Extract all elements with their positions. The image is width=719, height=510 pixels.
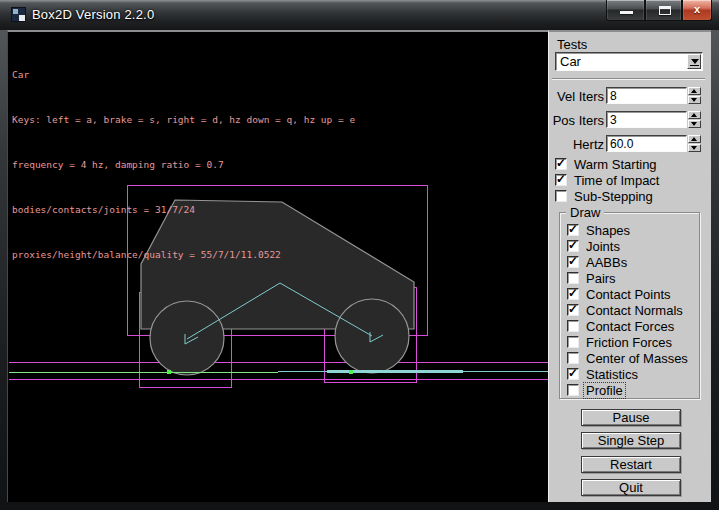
close-button[interactable]: x xyxy=(682,0,712,21)
minimize-icon xyxy=(620,11,633,14)
checkbox-box[interactable]: ✓ xyxy=(567,256,579,268)
checkbox-box[interactable]: ✓ xyxy=(567,320,579,332)
hertz-label: Hertz xyxy=(549,137,604,152)
checkbox-box[interactable]: ✓ xyxy=(567,240,579,252)
tests-dropdown-arrow-button[interactable] xyxy=(687,54,701,69)
checkbox-box[interactable]: ✓ xyxy=(567,272,579,284)
tests-label: Tests xyxy=(557,37,587,52)
stat-line-keys: Keys: left = a, brake = s, right = d, hz… xyxy=(12,112,355,127)
stat-line-counts: bodies/contacts/joints = 31/7/24 xyxy=(12,202,355,217)
hertz-row: Hertz xyxy=(549,135,712,152)
spinner-up-icon[interactable] xyxy=(688,87,701,95)
checkbox-box[interactable]: ✓ xyxy=(555,174,567,186)
minimize-button[interactable] xyxy=(606,0,645,21)
app-icon xyxy=(11,7,26,22)
checkbox-box[interactable]: ✓ xyxy=(555,190,567,202)
teeter-plank-line xyxy=(327,370,463,373)
pos-iters-label: Pos Iters xyxy=(549,113,604,128)
vel-iters-label: Vel Iters xyxy=(549,89,604,104)
restart-button[interactable]: Restart xyxy=(581,456,681,473)
checkbox-box[interactable]: ✓ xyxy=(567,368,579,380)
pos-iters-input[interactable] xyxy=(606,111,687,128)
check-icon: ✓ xyxy=(568,302,578,316)
chevron-down-icon xyxy=(691,59,699,64)
check-icon: ✓ xyxy=(556,172,566,186)
checkbox-box[interactable]: ✓ xyxy=(567,384,579,396)
hertz-stepper[interactable] xyxy=(688,135,701,152)
check-icon: ✓ xyxy=(568,254,578,268)
pos-iters-stepper[interactable] xyxy=(688,111,701,128)
stats-text: Car Keys: left = a, brake = s, right = d… xyxy=(12,37,355,292)
stat-line-proxies: proxies/height/balance/quality = 55/7/1/… xyxy=(12,247,355,262)
spinner-down-icon[interactable] xyxy=(688,144,701,152)
check-icon: ✓ xyxy=(556,156,566,170)
checkbox-box[interactable]: ✓ xyxy=(567,288,579,300)
separator xyxy=(552,78,705,80)
maximize-icon xyxy=(659,6,671,15)
check-icon: ✓ xyxy=(568,238,578,252)
checkbox-box[interactable]: ✓ xyxy=(555,158,567,170)
titlebar[interactable]: Box2D Version 2.2.0 x xyxy=(0,0,719,30)
simulation-viewport[interactable]: Car Keys: left = a, brake = s, right = d… xyxy=(7,30,548,502)
checkbox-box[interactable]: ✓ xyxy=(567,304,579,316)
stat-line-title: Car xyxy=(12,67,355,82)
tests-dropdown-value: Car xyxy=(560,54,581,69)
check-icon: ✓ xyxy=(568,222,578,236)
checkbox-box[interactable]: ✓ xyxy=(567,336,579,348)
draw-group-title: Draw xyxy=(566,205,604,220)
spinner-down-icon[interactable] xyxy=(688,120,701,128)
wheel-left-shape[interactable] xyxy=(150,301,224,375)
spinner-down-icon[interactable] xyxy=(688,96,701,104)
check-icon: ✓ xyxy=(568,286,578,300)
vel-iters-row: Vel Iters xyxy=(549,87,712,104)
hertz-input[interactable] xyxy=(606,135,687,152)
spinner-up-icon[interactable] xyxy=(688,135,701,143)
stat-line-frequency: frequency = 4 hz, damping ratio = 0.7 xyxy=(12,157,355,172)
maximize-button[interactable] xyxy=(645,0,682,21)
quit-button[interactable]: Quit xyxy=(581,479,681,496)
vel-iters-input[interactable] xyxy=(606,87,687,104)
app-window: Box2D Version 2.2.0 x xyxy=(0,0,719,510)
vel-iters-stepper[interactable] xyxy=(688,87,701,104)
tests-dropdown[interactable]: Car xyxy=(555,52,703,71)
contact-point-left xyxy=(167,370,171,374)
contact-point-right xyxy=(349,370,353,374)
pause-button[interactable]: Pause xyxy=(581,409,681,426)
spinner-up-icon[interactable] xyxy=(688,111,701,119)
check-icon: ✓ xyxy=(568,366,578,380)
control-panel: Tests Car Vel Iters Pos Iters xyxy=(548,30,711,502)
checkbox-box[interactable]: ✓ xyxy=(567,352,579,364)
pos-iters-row: Pos Iters xyxy=(549,111,712,128)
single-step-button[interactable]: Single Step xyxy=(581,432,681,449)
window-title: Box2D Version 2.2.0 xyxy=(32,7,154,22)
close-icon: x xyxy=(683,3,711,15)
checkbox-box[interactable]: ✓ xyxy=(567,224,579,236)
